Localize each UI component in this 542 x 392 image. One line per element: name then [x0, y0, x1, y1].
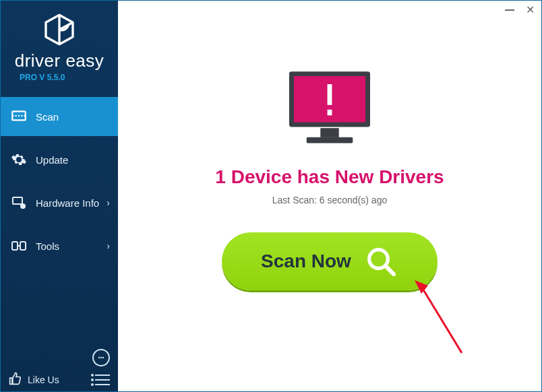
- status-title: 1 Device has New Drivers: [215, 166, 444, 188]
- feedback-icon[interactable]: [92, 349, 110, 366]
- svg-point-10: [99, 357, 100, 358]
- sidebar-item-tools[interactable]: Tools ›: [1, 226, 118, 265]
- close-icon[interactable]: [524, 3, 536, 16]
- svg-rect-8: [20, 242, 26, 250]
- scan-icon: [10, 108, 28, 125]
- app-window: driver easy PRO V 5.5.0 Scan: [0, 0, 542, 392]
- svg-line-22: [420, 284, 462, 353]
- svg-rect-16: [320, 128, 338, 137]
- magnifier-icon: [363, 244, 398, 279]
- monitor-alert-icon: [282, 68, 377, 149]
- gear-icon: [10, 151, 28, 168]
- window-controls: [504, 3, 536, 16]
- sidebar-item-label: Scan: [36, 111, 59, 123]
- svg-rect-7: [12, 242, 18, 250]
- sidebar-item-update[interactable]: Update: [1, 140, 118, 179]
- svg-rect-13: [10, 378, 12, 384]
- sidebar-item-scan[interactable]: Scan: [1, 97, 118, 136]
- chevron-right-icon: ›: [107, 240, 110, 251]
- sidebar-nav: Scan Update i Hardware: [1, 97, 118, 265]
- tools-icon: [10, 237, 28, 255]
- svg-rect-17: [307, 137, 353, 143]
- svg-line-21: [386, 266, 394, 274]
- scan-now-label: Scan Now: [261, 251, 351, 272]
- brand-name: driver easy: [1, 51, 118, 71]
- like-us-label: Like Us: [28, 374, 59, 385]
- scan-now-button[interactable]: Scan Now: [222, 232, 438, 290]
- brand-block: driver easy PRO V 5.5.0: [1, 1, 118, 89]
- app-logo-icon: [42, 13, 76, 46]
- svg-rect-19: [328, 110, 332, 116]
- minimize-icon[interactable]: [504, 3, 516, 16]
- brand-version: PRO V 5.5.0: [1, 73, 118, 82]
- sidebar: driver easy PRO V 5.5.0 Scan: [1, 1, 118, 391]
- svg-rect-18: [328, 84, 332, 105]
- annotation-arrow: [415, 280, 469, 354]
- svg-rect-4: [13, 197, 22, 204]
- sidebar-bottom: Like Us: [1, 349, 118, 387]
- main-panel: 1 Device has New Drivers Last Scan: 6 se…: [118, 1, 541, 391]
- menu-icon[interactable]: [95, 374, 110, 385]
- sidebar-item-hardware-info[interactable]: i Hardware Info ›: [1, 183, 118, 222]
- sidebar-item-label: Update: [36, 154, 68, 166]
- last-scan-text: Last Scan: 6 second(s) ago: [272, 195, 387, 205]
- chevron-right-icon: ›: [107, 197, 110, 208]
- svg-point-12: [102, 357, 103, 358]
- sidebar-item-label: Tools: [36, 240, 59, 252]
- thumbs-up-icon: [9, 372, 22, 387]
- like-us-button[interactable]: Like Us: [9, 372, 59, 387]
- sidebar-item-label: Hardware Info: [36, 197, 99, 209]
- hardware-icon: i: [10, 194, 28, 211]
- svg-point-11: [100, 357, 101, 358]
